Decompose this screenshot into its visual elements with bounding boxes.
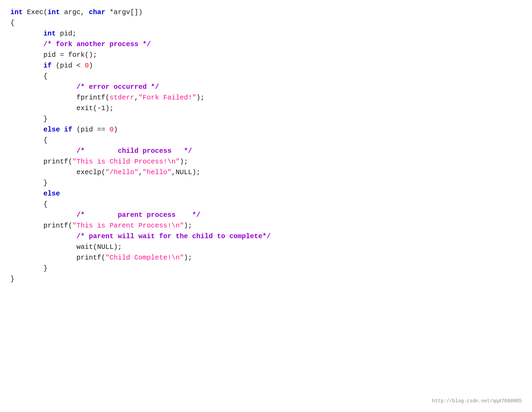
code-token: } [10,115,48,123]
code-line: } [10,178,522,188]
code-token: ) [114,126,118,134]
code-token: (pid < [52,62,85,70]
code-token: /* parent will wait for the child to com… [76,232,271,240]
code-line: printf("This is Parent Process!\n"); [10,220,522,231]
code-token: } [10,179,48,187]
code-token: pid = fork(); [10,51,97,59]
code-line: } [10,114,522,124]
code-line: printf("This is Child Process!\n"); [10,156,522,167]
code-token: char [89,8,105,16]
code-line: /* error occurred */ [10,82,522,92]
code-line: } [10,263,522,274]
code-line: /* fork another process */ [10,39,522,50]
code-token: ); [196,94,205,102]
code-token [10,147,76,155]
code-line: wait(NULL); [10,242,522,252]
code-token: ); [184,222,192,230]
code-line: if (pid < 0) [10,60,522,71]
code-token: int [43,30,56,38]
code-token [10,40,43,48]
code-token: } [10,275,14,283]
code-token [10,126,43,134]
code-token: int [48,8,60,16]
code-token [10,190,43,198]
code-token: (pid == [72,126,109,134]
code-token: printf( [10,158,72,166]
code-line: /* parent process */ [10,210,522,220]
code-token: pid; [56,30,76,38]
code-line: pid = fork(); [10,50,522,60]
code-token: *argv[]) [105,8,143,16]
code-token: ); [180,158,188,166]
code-token: "hello" [143,168,171,176]
code-token: wait(NULL); [10,243,122,251]
code-line: execlp("/hello","hello",NULL); [10,167,522,178]
code-token [10,62,43,70]
code-line: int Exec(int argc, char *argv[]) [10,7,522,18]
code-token: , [138,168,143,176]
code-line: else [10,188,522,199]
code-token: fprintf( [10,94,109,102]
code-token: argc, [60,8,89,16]
code-token: } [10,264,48,272]
code-token: if [43,62,52,70]
code-token: exit( [10,104,97,112]
code-token: execlp( [10,168,105,176]
code-token: { [10,19,14,27]
code-token [10,232,76,240]
code-line: fprintf(stderr,"Fork Failed!"); [10,92,522,103]
code-token [10,30,43,38]
code-token: printf( [10,254,105,262]
code-token: "This is Child Process!\n" [72,158,180,166]
code-line: /* parent will wait for the child to com… [10,231,522,242]
code-line: else if (pid == 0) [10,124,522,135]
code-token: "This is Parent Process!\n" [72,222,184,230]
code-token: stderr [109,94,134,102]
watermark: http://blog.csdn.net/qq47080985 [432,398,522,405]
code-token: { [10,136,48,144]
code-line: { [10,18,522,28]
code-token: /* parent process */ [76,211,200,219]
code-token: { [10,200,48,208]
code-line: /* child process */ [10,146,522,156]
code-token: "Child Complete!\n" [105,254,184,262]
code-block: int Exec(int argc, char *argv[]){ int pi… [10,7,522,284]
code-token: ,NULL); [171,168,200,176]
code-token: 0 [85,62,89,70]
code-token: /* fork another process */ [43,40,151,48]
code-token: /* error occurred */ [76,83,159,91]
code-token: ) [89,62,93,70]
code-token: else if [43,126,72,134]
code-token: int [10,8,23,16]
code-token: else [43,190,60,198]
code-line: exit(-1); [10,103,522,114]
code-line: } [10,274,522,284]
code-token: -1 [97,104,105,112]
code-token: printf( [10,222,72,230]
code-token [10,83,76,91]
code-token: "Fork Failed!" [138,94,196,102]
code-token: , [134,94,138,102]
code-token: ); [184,254,192,262]
code-token: "/hello" [105,168,138,176]
code-line: printf("Child Complete!\n"); [10,252,522,263]
code-line: int pid; [10,28,522,39]
code-token: 0 [109,126,114,134]
code-token: /* child process */ [76,147,192,155]
code-line: { [10,199,522,210]
code-token: { [10,72,48,80]
code-line: { [10,135,522,146]
code-token: Exec( [23,8,48,16]
code-token: ); [105,104,114,112]
code-token [10,211,76,219]
code-line: { [10,71,522,82]
